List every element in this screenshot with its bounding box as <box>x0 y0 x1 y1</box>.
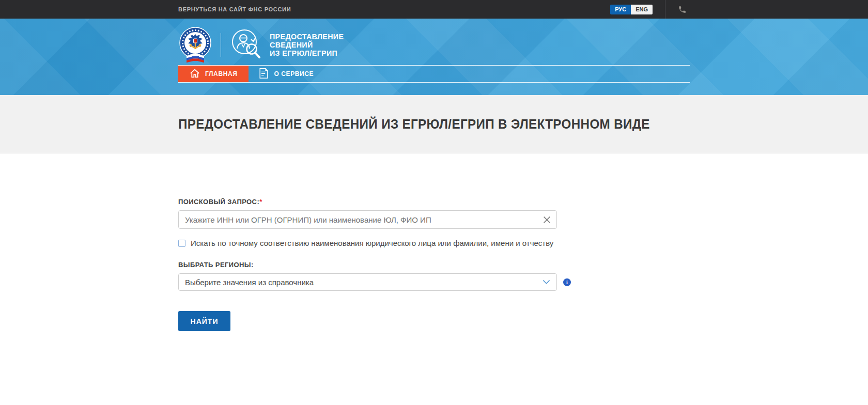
regions-select-row: Выберите значения из справочника i <box>178 273 690 291</box>
query-input-wrap <box>178 210 557 229</box>
service-title-line3: ИЗ ЕГРЮЛ/ЕГРИП <box>270 49 344 57</box>
home-icon <box>190 69 200 80</box>
topbar-right: РУС ENG <box>610 0 690 19</box>
title-band: ПРЕДОСТАВЛЕНИЕ СВЕДЕНИЙ ИЗ ЕГРЮЛ/ЕГРИП В… <box>0 95 868 153</box>
regions-select-placeholder: Выберите значения из справочника <box>185 278 314 287</box>
page-title: ПРЕДОСТАВЛЕНИЕ СВЕДЕНИЙ ИЗ ЕГРЮЛ/ЕГРИП В… <box>178 116 654 132</box>
service-title-line2: СВЕДЕНИЙ <box>270 41 344 49</box>
search-input[interactable] <box>178 210 557 229</box>
regions-label: ВЫБРАТЬ РЕГИОНЫ: <box>178 261 690 269</box>
exact-match-label: Искать по точному соответствию наименова… <box>191 239 553 247</box>
nav-tab-home[interactable]: ГЛАВНАЯ <box>178 66 249 82</box>
search-form: ПОИСКОВЫЙ ЗАПРОС:* Искать по точному соо… <box>178 153 690 331</box>
nav-tab-home-label: ГЛАВНАЯ <box>205 70 237 77</box>
logo-divider <box>221 33 221 57</box>
header: ПРЕДОСТАВЛЕНИЕ СВЕДЕНИЙ ИЗ ЕГРЮЛ/ЕГРИП Г… <box>0 19 868 95</box>
exact-match-row[interactable]: Искать по точному соответствию наименова… <box>178 239 690 247</box>
clear-input-icon[interactable] <box>542 215 551 224</box>
language-switch: РУС ENG <box>610 5 653 14</box>
topbar: ВЕРНУТЬСЯ НА САЙТ ФНС РОССИИ РУС ENG <box>0 0 868 19</box>
chevron-down-icon <box>542 277 550 287</box>
back-to-fns-link[interactable]: ВЕРНУТЬСЯ НА САЙТ ФНС РОССИИ <box>178 6 291 12</box>
document-icon <box>259 68 269 81</box>
search-submit-button[interactable]: НАЙТИ <box>178 311 230 331</box>
main-nav: ГЛАВНАЯ О СЕРВИСЕ <box>178 65 690 83</box>
service-logo-icon <box>230 28 261 62</box>
phone-icon[interactable] <box>678 5 687 14</box>
logo-row: ПРЕДОСТАВЛЕНИЕ СВЕДЕНИЙ ИЗ ЕГРЮЛ/ЕГРИП <box>178 25 690 65</box>
query-label: ПОИСКОВЫЙ ЗАПРОС:* <box>178 198 690 206</box>
topbar-separator <box>665 0 665 19</box>
exact-match-checkbox[interactable] <box>178 240 185 247</box>
service-title-line1: ПРЕДОСТАВЛЕНИЕ <box>270 33 344 41</box>
regions-select[interactable]: Выберите значения из справочника <box>178 273 557 291</box>
lang-eng-button[interactable]: ENG <box>631 5 653 14</box>
service-title: ПРЕДОСТАВЛЕНИЕ СВЕДЕНИЙ ИЗ ЕГРЮЛ/ЕГРИП <box>270 33 344 57</box>
info-icon[interactable]: i <box>563 278 571 286</box>
nav-tab-about[interactable]: О СЕРВИСЕ <box>249 66 324 82</box>
required-asterisk: * <box>259 198 262 206</box>
fns-emblem-icon[interactable] <box>178 27 212 63</box>
lang-rus-button[interactable]: РУС <box>610 5 631 14</box>
nav-tab-about-label: О СЕРВИСЕ <box>274 70 314 77</box>
